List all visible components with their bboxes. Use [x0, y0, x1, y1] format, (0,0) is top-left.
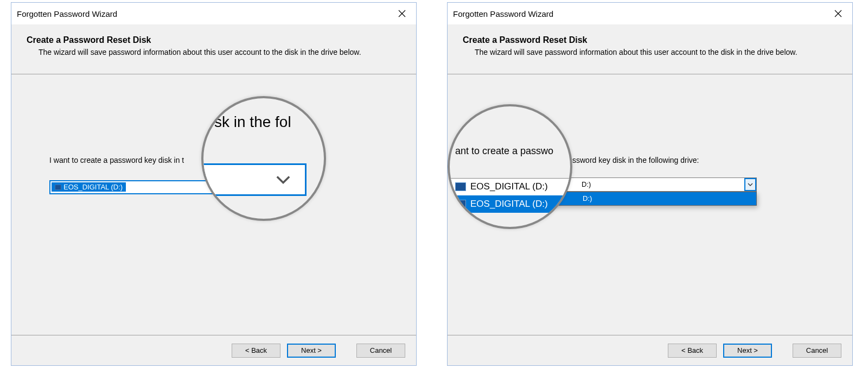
- drive-selected-value: EOS_DIGITAL (D:): [52, 182, 126, 192]
- chevron-down-icon: [276, 175, 291, 185]
- close-icon: [398, 10, 406, 17]
- chevron-down-icon: [748, 183, 753, 186]
- titlebar: Forgotten Password Wizard: [448, 3, 852, 24]
- dropdown-arrow-button[interactable]: [744, 178, 756, 191]
- wizard-window-right: Forgotten Password Wizard Create a Passw…: [447, 2, 853, 366]
- wizard-header: Create a Password Reset Disk The wizard …: [11, 24, 416, 74]
- magnifier-callout: sk in the fol: [201, 96, 326, 221]
- drive-prompt-label: ssword key disk in the following drive:: [572, 156, 699, 164]
- next-button[interactable]: Next >: [287, 344, 336, 358]
- wizard-body: ssword key disk in the following drive: …: [448, 74, 852, 335]
- magnified-text: sk in the fol: [214, 113, 291, 131]
- wizard-footer: < Back Next > Cancel: [11, 335, 416, 365]
- close-button[interactable]: [827, 6, 849, 21]
- window-title: Forgotten Password Wizard: [17, 9, 117, 18]
- magnified-text: ant to create a passwo: [455, 145, 553, 157]
- back-button[interactable]: < Back: [232, 344, 280, 358]
- page-subtext: The wizard will save password informatio…: [475, 47, 800, 58]
- titlebar: Forgotten Password Wizard: [11, 3, 416, 24]
- magnified-dropdown[interactable]: [201, 163, 307, 196]
- back-button[interactable]: < Back: [668, 344, 717, 358]
- magnified-option-unselected[interactable]: EOS_DIGITAL (D:): [448, 178, 572, 195]
- close-button[interactable]: [391, 6, 413, 21]
- page-subtext: The wizard will save password informatio…: [39, 47, 364, 58]
- wizard-window-left: Forgotten Password Wizard Create a Passw…: [11, 2, 417, 366]
- next-button[interactable]: Next >: [723, 344, 772, 358]
- cancel-button[interactable]: Cancel: [793, 344, 841, 358]
- wizard-footer: < Back Next > Cancel: [448, 335, 852, 365]
- drive-icon: [55, 185, 61, 190]
- wizard-header: Create a Password Reset Disk The wizard …: [448, 24, 852, 74]
- drive-selected-value: D:): [578, 180, 591, 188]
- wizard-body: I want to create a password key disk in …: [11, 74, 416, 335]
- magnified-option-selected[interactable]: EOS_DIGITAL (D:): [448, 195, 572, 213]
- drive-icon: [455, 182, 466, 191]
- magnifier-callout: ant to create a passwo EOS_DIGITAL (D:) …: [448, 104, 572, 229]
- window-title: Forgotten Password Wizard: [453, 9, 553, 18]
- drive-prompt-label: I want to create a password key disk in …: [49, 156, 184, 164]
- drive-icon: [455, 200, 466, 208]
- page-heading: Create a Password Reset Disk: [27, 35, 401, 45]
- cancel-button[interactable]: Cancel: [356, 344, 405, 358]
- close-icon: [834, 10, 842, 17]
- page-heading: Create a Password Reset Disk: [463, 35, 837, 45]
